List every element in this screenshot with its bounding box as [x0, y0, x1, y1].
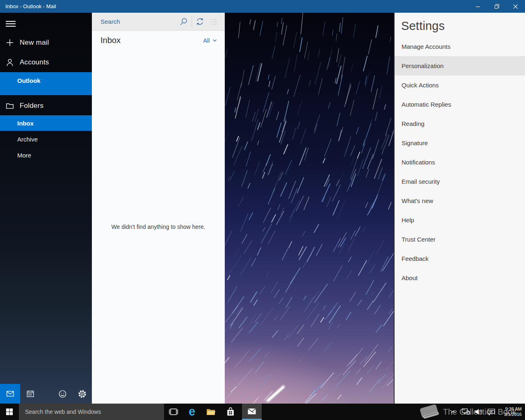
list-header: Inbox All [92, 31, 225, 50]
mail-app-window: Inbox - Outlook - Mail New mail Accounts… [0, 0, 525, 420]
settings-item-manage-accounts[interactable]: Manage Accounts [395, 37, 525, 56]
task-view-button[interactable] [164, 404, 183, 420]
network-icon [461, 408, 470, 416]
calendar-nav-button[interactable] [20, 384, 40, 404]
settings-panel: Settings Manage Accounts Personalization… [394, 13, 525, 404]
store-button[interactable] [221, 404, 240, 420]
taskbar-search-input[interactable]: Search the web and Windows [19, 404, 164, 420]
navigation-sidebar: New mail Accounts Outlook Folders Inbox … [0, 13, 92, 404]
accounts-label: Accounts [20, 58, 49, 66]
gear-icon [78, 389, 87, 399]
store-icon [226, 407, 235, 417]
folder-item-archive[interactable]: Archive [0, 132, 92, 146]
action-center-icon [487, 408, 495, 416]
task-view-icon [169, 408, 178, 416]
folder-title: Inbox [100, 36, 203, 45]
menu-button[interactable] [5, 18, 16, 27]
speaker-icon [474, 408, 483, 416]
folder-item-more[interactable]: More [0, 148, 92, 162]
calendar-icon [26, 389, 35, 398]
clock-date: 3/1/2016 [504, 412, 522, 417]
settings-item-trust-center[interactable]: Trust Center [395, 230, 525, 249]
chevron-up-icon [451, 410, 456, 414]
background-image [225, 13, 394, 404]
settings-item-reading[interactable]: Reading [395, 114, 525, 133]
sidebar-bottom-bar [0, 384, 92, 404]
taskbar-clock[interactable]: 9:36 AM 3/1/2016 [504, 404, 522, 420]
settings-item-personalization[interactable]: Personalization [395, 56, 525, 75]
edge-icon: e [189, 406, 195, 418]
taskbar: Search the web and Windows e [0, 404, 525, 420]
book-icon [418, 404, 441, 420]
sync-button[interactable] [193, 14, 207, 29]
toolbar-divider [192, 16, 192, 27]
smiley-icon [58, 389, 67, 399]
restore-icon [494, 4, 500, 9]
edge-browser-button[interactable]: e [183, 404, 201, 420]
search-button[interactable] [177, 14, 191, 29]
action-center-button[interactable] [487, 407, 496, 416]
folders-button[interactable]: Folders [0, 99, 92, 113]
network-status-button[interactable] [461, 407, 470, 416]
settings-item-about[interactable]: About [395, 268, 525, 288]
search-input[interactable]: Search [100, 18, 177, 25]
settings-item-email-security[interactable]: Email security [395, 172, 525, 191]
folder-item-label: Inbox [17, 120, 34, 127]
mail-taskbar-icon [247, 406, 257, 416]
settings-item-automatic-replies[interactable]: Automatic Replies [395, 95, 525, 114]
mail-icon [6, 389, 15, 398]
folder-icon [5, 101, 14, 110]
folders-label: Folders [20, 102, 43, 110]
settings-item-help[interactable]: Help [395, 210, 525, 230]
window-title: Inbox - Outlook - Mail [0, 3, 468, 9]
system-tray [449, 404, 496, 420]
close-icon [513, 4, 518, 9]
message-list-pane: Search Inbox All [92, 13, 225, 404]
select-list-icon [209, 17, 219, 26]
new-mail-label: New mail [20, 39, 49, 47]
account-item-label: Outlook [17, 77, 41, 84]
folder-item-label: Archive [17, 136, 38, 143]
selection-mode-button[interactable] [207, 14, 221, 29]
tray-expand-button[interactable] [449, 407, 458, 416]
accounts-button[interactable]: Accounts [0, 55, 92, 69]
volume-button[interactable] [474, 407, 483, 416]
settings-item-notifications[interactable]: Notifications [395, 153, 525, 172]
search-icon [179, 17, 188, 26]
person-icon [5, 58, 14, 67]
title-bar: Inbox - Outlook - Mail [0, 0, 525, 13]
settings-item-whats-new[interactable]: What's new [395, 191, 525, 210]
settings-button[interactable] [72, 384, 92, 404]
filter-all-dropdown[interactable]: All [203, 37, 217, 44]
account-item-outlook[interactable]: Outlook [0, 72, 92, 95]
close-button[interactable] [506, 0, 525, 13]
minimize-icon [475, 4, 480, 9]
empty-state-message: We didn't find anything to show here. [92, 224, 225, 230]
taskbar-search-placeholder: Search the web and Windows [25, 409, 101, 415]
plus-icon [5, 38, 14, 47]
file-explorer-button[interactable] [202, 404, 220, 420]
search-bar: Search [92, 13, 225, 31]
clock-time: 9:36 AM [504, 406, 522, 412]
file-explorer-icon [205, 407, 216, 417]
mail-nav-button[interactable] [0, 384, 20, 404]
minimize-button[interactable] [468, 0, 487, 13]
settings-item-feedback[interactable]: Feedback [395, 249, 525, 268]
mail-app-taskbar-button[interactable] [242, 404, 262, 420]
filter-label: All [203, 37, 210, 44]
settings-item-signature[interactable]: Signature [395, 133, 525, 153]
settings-item-quick-actions[interactable]: Quick Actions [395, 75, 525, 95]
sync-icon [195, 17, 205, 26]
windows-logo-icon [6, 408, 13, 415]
restore-button[interactable] [487, 0, 506, 13]
start-button[interactable] [0, 404, 19, 420]
folder-item-label: More [17, 152, 31, 159]
chevron-down-icon [212, 38, 217, 43]
settings-title: Settings [395, 13, 525, 33]
star-trails-graphic [225, 13, 394, 404]
new-mail-button[interactable]: New mail [0, 36, 92, 50]
folder-item-inbox[interactable]: Inbox [0, 115, 92, 131]
settings-items-list: Manage Accounts Personalization Quick Ac… [395, 37, 525, 288]
feedback-button[interactable] [52, 384, 72, 404]
